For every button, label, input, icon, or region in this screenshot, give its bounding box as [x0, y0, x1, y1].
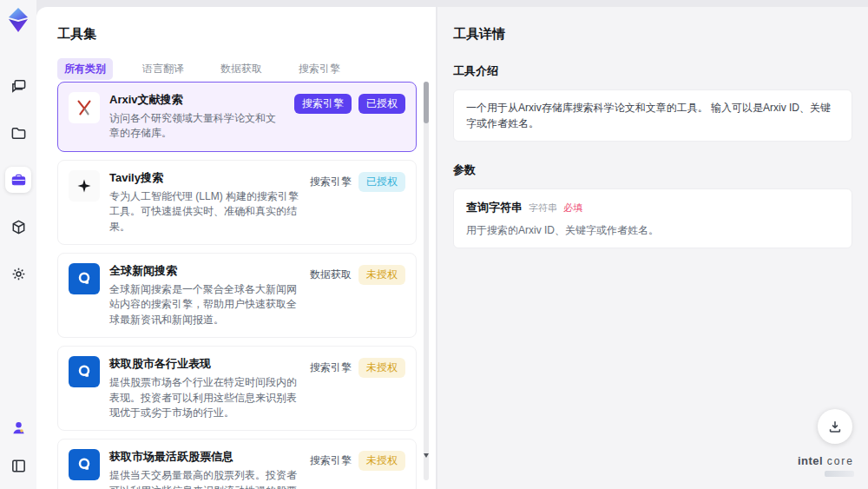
tool-detail-panel: 工具详情 工具介绍 一个用于从Arxiv存储库搜索科学论文和文章的工具。 输入可… [437, 7, 868, 489]
tools-panel: 工具集 所有类别 语言翻译 数据获取 搜索引擎 Arxiv文献搜索 访问各个研究… [36, 7, 436, 489]
tool-card-global-news[interactable]: 全球新闻搜索 全球新闻搜索是一个聚合全球各大新闻网站内容的搜索引擎，帮助用户快速… [57, 253, 417, 338]
collapse-sidebar-button[interactable] [5, 453, 31, 479]
tool-desc: 提供当天交易量最高的股票列表。投资者可以利用这些信息来识别流动性强的股票和潜在的… [109, 468, 300, 489]
tool-name: 全球新闻搜索 [109, 263, 300, 279]
tool-name: 获取市场最活跃股票信息 [109, 449, 300, 465]
detail-title: 工具详情 [437, 7, 868, 43]
category-label: 搜索引擎 [310, 172, 352, 192]
sidebar-item-models[interactable] [5, 214, 31, 240]
chat-icon [10, 78, 27, 95]
category-badge: 搜索引擎 [294, 94, 352, 114]
tool-name: Tavily搜索 [109, 170, 300, 186]
intro-heading: 工具介绍 [437, 43, 868, 79]
status-badge: 已授权 [358, 172, 405, 192]
tool-card-sector-performance[interactable]: 获取股市各行业表现 提供股票市场各个行业在特定时间段内的表现。投资者可以利用这些… [57, 346, 417, 431]
tool-desc: 全球新闻搜索是一个聚合全球各大新闻网站内容的搜索引擎，帮助用户快速获取全球最新资… [109, 282, 300, 327]
core-logo-text: core [827, 455, 854, 467]
tool-desc: 提供股票市场各个行业在特定时间段内的表现。投资者可以利用这些信息来识别表现优于或… [109, 375, 300, 420]
page-title: 工具集 [36, 7, 436, 43]
tool-desc: 访问各个研究领域大量科学论文和文章的存储库。 [109, 111, 285, 142]
tab-search-engine[interactable]: 搜索引擎 [292, 58, 347, 80]
param-name: 查询字符串 [466, 199, 523, 216]
sidebar-item-chat[interactable] [5, 73, 31, 99]
params-heading: 参数 [437, 142, 868, 178]
intro-text: 一个用于从Arxiv存储库搜索科学论文和文章的工具。 输入可以是Arxiv ID… [466, 102, 831, 129]
status-badge: 已授权 [358, 94, 405, 114]
stock-app-icon [69, 356, 100, 387]
folder-icon [10, 125, 27, 142]
tab-language-translation[interactable]: 语言翻译 [135, 58, 191, 80]
tool-name: 获取股市各行业表现 [109, 356, 300, 372]
sidebar-item-tools[interactable] [5, 167, 31, 193]
tool-card-most-active-stocks[interactable]: 获取市场最活跃股票信息 提供当天交易量最高的股票列表。投资者可以利用这些信息来识… [57, 439, 417, 489]
panel-toggle-icon [10, 458, 27, 474]
stock-app-icon [69, 449, 100, 480]
param-type: 字符串 [529, 201, 557, 215]
status-badge: 未授权 [358, 265, 405, 285]
sidebar-item-files[interactable] [5, 120, 31, 146]
cube-icon [10, 219, 27, 235]
arxiv-icon [69, 92, 100, 123]
tool-list: Arxiv文献搜索 访问各个研究领域大量科学论文和文章的存储库。 搜索引擎 已授… [57, 82, 417, 489]
intro-card: 一个用于从Arxiv存储库搜索科学论文和文章的工具。 输入可以是Arxiv ID… [453, 89, 852, 142]
scrollbar-thumb[interactable] [424, 82, 429, 123]
category-tabs: 所有类别 语言翻译 数据获取 搜索引擎 [36, 43, 436, 80]
toolbox-icon [10, 172, 27, 188]
status-badge: 未授权 [358, 358, 405, 378]
tavily-sparkle-icon [69, 170, 100, 202]
gear-icon [10, 266, 27, 282]
tab-all-categories[interactable]: 所有类别 [57, 58, 113, 80]
scrollbar-down-arrow[interactable] [424, 453, 429, 458]
intel-core-logo: intel core [798, 453, 854, 477]
news-app-icon [69, 263, 100, 294]
left-rail [0, 0, 36, 489]
status-badge: 未授权 [358, 451, 405, 471]
tool-name: Arxiv文献搜索 [109, 92, 285, 108]
download-button[interactable] [818, 409, 852, 444]
user-avatar[interactable] [5, 414, 31, 440]
category-label: 搜索引擎 [310, 451, 352, 471]
user-avatar-icon [10, 420, 27, 436]
sidebar-item-settings[interactable] [5, 261, 31, 287]
intel-ultra-bar [825, 471, 854, 477]
app-logo-icon [6, 7, 30, 33]
download-icon [827, 419, 843, 434]
param-card: 查询字符串 字符串 必填 用于搜索的Arxiv ID、关键字或作者姓名。 [453, 188, 852, 248]
tool-desc: 专为人工智能代理 (LLM) 构建的搜索引擎工具。可快速提供实时、准确和真实的结… [109, 189, 300, 235]
param-desc: 用于搜索的Arxiv ID、关键字或作者姓名。 [466, 222, 839, 238]
tool-card-tavily[interactable]: Tavily搜索 专为人工智能代理 (LLM) 构建的搜索引擎工具。可快速提供实… [57, 160, 417, 245]
tab-data-acquisition[interactable]: 数据获取 [214, 58, 269, 80]
list-scrollbar[interactable] [424, 82, 429, 480]
tool-card-arxiv[interactable]: Arxiv文献搜索 访问各个研究领域大量科学论文和文章的存储库。 搜索引擎 已授… [57, 82, 417, 152]
intel-logo-text: intel [798, 454, 823, 467]
category-label: 搜索引擎 [310, 358, 352, 378]
param-required-badge: 必填 [563, 201, 582, 215]
category-label: 数据获取 [310, 265, 352, 285]
